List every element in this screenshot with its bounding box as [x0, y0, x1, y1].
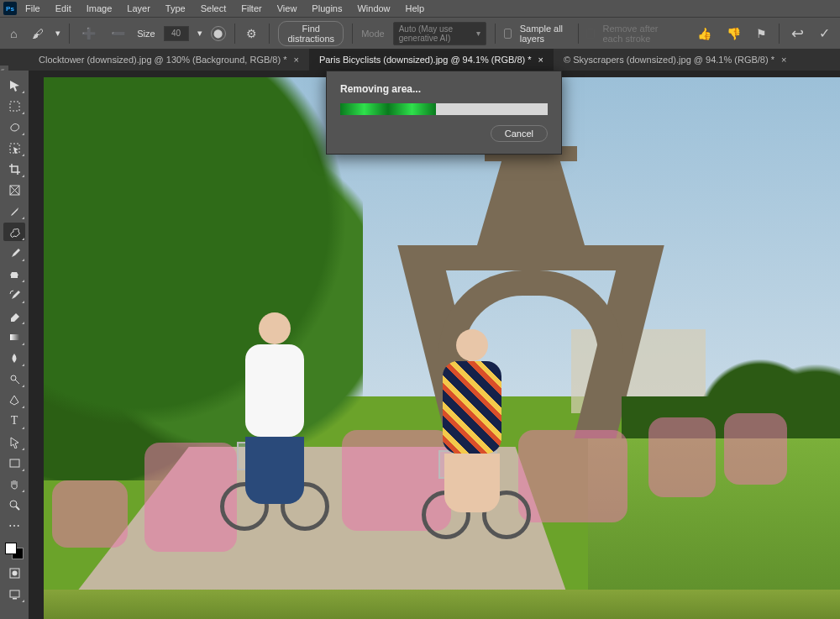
find-distractions-button[interactable]: Find distractions: [278, 21, 344, 46]
type-tool-icon[interactable]: T: [3, 412, 25, 430]
tab-label: Paris Bicyclists (downsized).jpg @ 94.1%…: [319, 55, 532, 65]
divider: [352, 24, 353, 44]
dialog-title: Removing area...: [340, 83, 548, 95]
crop-tool-icon[interactable]: [3, 160, 25, 178]
document-tabs: Clocktower (downsized).jpg @ 130% (Backg…: [0, 49, 840, 71]
gear-icon[interactable]: ⚙: [243, 25, 260, 42]
fg-color-swatch[interactable]: [5, 543, 17, 554]
svg-rect-13: [10, 590, 19, 597]
menu-bar: Ps File Edit Image Layer Type Select Fil…: [0, 0, 840, 17]
svg-rect-14: [13, 598, 17, 600]
history-brush-tool-icon[interactable]: [3, 286, 25, 304]
rectangle-tool-icon[interactable]: [3, 454, 25, 472]
subtract-from-selection-icon[interactable]: ➖: [108, 25, 129, 42]
eyedropper-tool-icon[interactable]: [3, 202, 25, 220]
removal-mask: [648, 417, 716, 497]
close-icon[interactable]: ×: [538, 55, 543, 65]
progress-bar: [340, 103, 548, 115]
tab-label: © Skyscrapers (downsized).jpg @ 94.1% (R…: [564, 55, 774, 65]
menu-edit[interactable]: Edit: [49, 2, 78, 15]
divider: [69, 24, 70, 44]
brush-preview-icon[interactable]: ⬤: [211, 26, 226, 41]
menu-view[interactable]: View: [270, 2, 304, 15]
flag-icon[interactable]: ⚑: [753, 25, 770, 42]
close-icon[interactable]: ×: [781, 55, 786, 65]
screen-mode-icon[interactable]: [3, 585, 25, 603]
document-tab[interactable]: © Skyscrapers (downsized).jpg @ 94.1% (R…: [554, 49, 796, 71]
tab-label: Clocktower (downsized).jpg @ 130% (Backg…: [39, 55, 286, 65]
svg-point-9: [10, 501, 17, 507]
hand-tool-icon[interactable]: [3, 475, 25, 493]
clone-stamp-tool-icon[interactable]: [3, 265, 25, 283]
document-tab[interactable]: Clocktower (downsized).jpg @ 130% (Backg…: [29, 49, 309, 71]
menu-select[interactable]: Select: [194, 2, 234, 15]
remove-after-stroke-checkbox[interactable]: [586, 29, 594, 39]
photo-foreground: [44, 590, 840, 619]
cancel-button[interactable]: Cancel: [491, 125, 548, 142]
pen-tool-icon[interactable]: [3, 391, 25, 409]
dodge-tool-icon[interactable]: [3, 370, 25, 388]
divider: [578, 24, 579, 44]
svg-rect-8: [10, 459, 19, 467]
eraser-tool-icon[interactable]: [3, 307, 25, 325]
commit-icon[interactable]: ✓: [816, 24, 833, 43]
chevron-down-icon[interactable]: ▾: [55, 28, 60, 39]
mode-label: Mode: [361, 29, 385, 39]
move-tool-icon[interactable]: [3, 76, 25, 94]
close-icon[interactable]: ×: [293, 55, 298, 65]
divider: [234, 24, 235, 44]
remove-after-stroke-label: Remove after each stroke: [603, 24, 678, 44]
options-bar: ⌂ 🖌 ▾ ➕ ➖ Size ▾ ⬤ ⚙ Find distractions M…: [0, 17, 840, 49]
size-input[interactable]: [164, 26, 189, 41]
svg-rect-0: [10, 102, 19, 111]
gradient-tool-icon[interactable]: [3, 328, 25, 346]
edit-toolbar-icon[interactable]: ⋯: [3, 517, 25, 535]
sample-all-layers-checkbox[interactable]: [504, 29, 512, 39]
home-icon[interactable]: ⌂: [7, 25, 20, 42]
svg-line-10: [16, 506, 19, 510]
object-select-tool-icon[interactable]: [3, 139, 25, 157]
frame-tool-icon[interactable]: [3, 181, 25, 199]
document-canvas[interactable]: [44, 77, 840, 619]
brush-tool-icon[interactable]: [3, 244, 25, 262]
thumbs-down-icon[interactable]: 👎: [723, 25, 744, 42]
quick-mask-icon[interactable]: [3, 564, 25, 582]
add-to-selection-icon[interactable]: ➕: [78, 25, 99, 42]
blur-tool-icon[interactable]: [3, 349, 25, 367]
divider: [495, 24, 496, 44]
thumbs-up-icon[interactable]: 👍: [694, 25, 715, 42]
photo-person: [228, 312, 321, 504]
menu-image[interactable]: Image: [80, 2, 119, 15]
menu-help[interactable]: Help: [399, 2, 432, 15]
document-tab[interactable]: Paris Bicyclists (downsized).jpg @ 94.1%…: [309, 49, 554, 71]
menu-window[interactable]: Window: [350, 2, 396, 15]
menu-layer[interactable]: Layer: [120, 2, 157, 15]
sample-all-layers-label: Sample all layers: [520, 24, 570, 44]
menu-file[interactable]: File: [18, 2, 47, 15]
path-select-tool-icon[interactable]: [3, 433, 25, 451]
svg-line-7: [15, 380, 19, 384]
healing-brush-tool-icon[interactable]: [3, 223, 25, 241]
zoom-tool-icon[interactable]: [3, 496, 25, 514]
menu-plugins[interactable]: Plugins: [305, 2, 349, 15]
marquee-tool-icon[interactable]: [3, 97, 25, 115]
removal-mask: [724, 413, 787, 485]
lasso-tool-icon[interactable]: [3, 118, 25, 136]
tool-preset-icon[interactable]: 🖌: [29, 25, 47, 42]
mode-dropdown[interactable]: Auto (May use generative AI) ▾: [393, 22, 486, 45]
progress-bar-fill: [340, 103, 436, 115]
undo-icon[interactable]: ↩: [788, 23, 807, 45]
svg-point-12: [12, 570, 17, 575]
menu-filter[interactable]: Filter: [234, 2, 268, 15]
svg-rect-5: [10, 334, 19, 340]
photo-person: [426, 329, 518, 512]
divider: [269, 24, 270, 44]
progress-dialog: Removing area... Cancel: [326, 71, 562, 155]
divider: [779, 24, 780, 44]
chevron-down-icon[interactable]: ▾: [197, 28, 202, 39]
color-swatches[interactable]: [3, 541, 25, 561]
menu-type[interactable]: Type: [159, 2, 192, 15]
size-label: Size: [137, 29, 155, 39]
tool-strip: T ⋯: [0, 71, 29, 619]
chevron-down-icon: ▾: [476, 29, 480, 38]
